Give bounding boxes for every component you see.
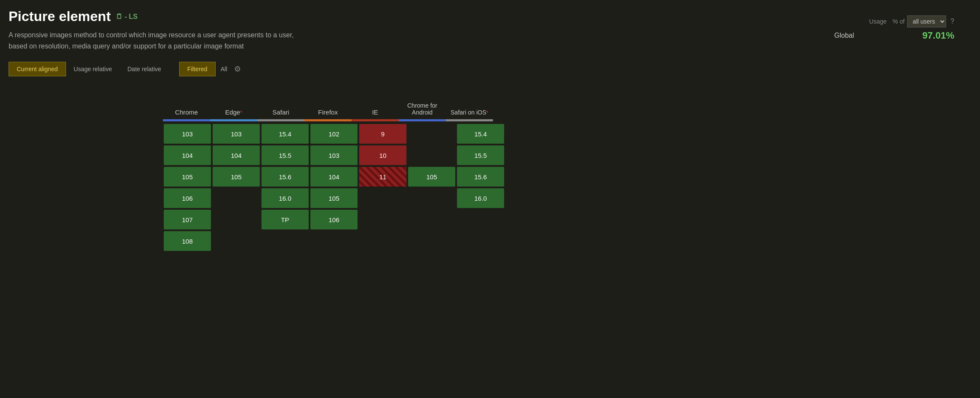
list-item bbox=[359, 231, 406, 251]
edge-bar bbox=[210, 119, 257, 121]
list-item: 106 bbox=[164, 188, 211, 208]
list-item bbox=[213, 210, 260, 229]
tab-date-relative[interactable]: Date relative bbox=[120, 62, 169, 76]
browser-chrome: Chrome bbox=[163, 93, 210, 123]
list-item: 16.0 bbox=[457, 188, 504, 208]
title-text: Picture element bbox=[9, 9, 111, 24]
list-item: 9 bbox=[359, 124, 406, 144]
list-item bbox=[457, 231, 504, 251]
list-item bbox=[262, 231, 309, 251]
list-item: 10 bbox=[359, 145, 406, 165]
edge-asterisk: * bbox=[240, 110, 242, 116]
description: A responsive images method to control wh… bbox=[9, 30, 300, 51]
browser-safari-ios: Safari on iOS* bbox=[446, 93, 493, 123]
list-item: 15.6 bbox=[457, 167, 504, 187]
table-row: 108 bbox=[163, 230, 971, 252]
list-item: 103 bbox=[310, 145, 358, 165]
usage-row: Usage % of all users ? bbox=[834, 15, 954, 27]
table-row: 10310315.4102915.4 bbox=[163, 123, 971, 145]
list-item: 15.4 bbox=[457, 124, 504, 144]
list-item: 102 bbox=[310, 124, 358, 144]
list-item: TP bbox=[262, 210, 309, 229]
list-item: 15.6 bbox=[262, 167, 309, 187]
users-select[interactable]: all users bbox=[907, 15, 946, 27]
list-item: 16.0 bbox=[262, 188, 309, 208]
list-item: 15.5 bbox=[457, 145, 504, 165]
tab-usage-relative[interactable]: Usage relative bbox=[66, 62, 120, 76]
browser-chrome-android: Chrome for Android bbox=[399, 93, 446, 123]
global-pct: 97.01% bbox=[922, 30, 954, 41]
list-item bbox=[359, 210, 406, 229]
tab-all[interactable]: All bbox=[216, 62, 233, 76]
ie-bar bbox=[352, 119, 399, 121]
ls-badge: 🗒 - LS bbox=[116, 13, 138, 21]
browser-safari: Safari bbox=[257, 93, 304, 123]
tabs-bar: Current aligned Usage relative Date rela… bbox=[9, 62, 971, 76]
pct-of-label: % of bbox=[893, 18, 905, 25]
list-item: 105 bbox=[408, 167, 455, 187]
list-item bbox=[213, 231, 260, 251]
usage-label: Usage bbox=[869, 18, 887, 25]
usage-panel: Usage % of all users ? Global 97.01% bbox=[834, 15, 954, 41]
browser-edge: Edge* bbox=[210, 93, 257, 123]
list-item: 107 bbox=[164, 210, 211, 229]
chrome-android-bar bbox=[399, 119, 446, 121]
table-row: 10510515.61041110515.6 bbox=[163, 166, 971, 187]
list-item bbox=[359, 188, 406, 208]
list-item: 104 bbox=[164, 145, 211, 165]
page-title: Picture element 🗒 - LS bbox=[9, 9, 971, 24]
list-item: 103 bbox=[213, 124, 260, 144]
list-item: 108 bbox=[164, 231, 211, 251]
list-item: 105 bbox=[310, 188, 358, 208]
ios-asterisk: * bbox=[486, 110, 488, 116]
global-pct-row: Global 97.01% bbox=[834, 30, 954, 41]
tab-current-aligned[interactable]: Current aligned bbox=[9, 62, 66, 76]
list-item bbox=[408, 188, 455, 208]
list-item bbox=[408, 145, 455, 165]
browser-headers: Chrome Edge* Safari Firefox IE bbox=[163, 93, 971, 123]
list-item: 15.4 bbox=[262, 124, 309, 144]
list-item bbox=[408, 231, 455, 251]
help-button[interactable]: ? bbox=[950, 18, 954, 25]
list-item: 104 bbox=[213, 145, 260, 165]
chrome-bar bbox=[163, 119, 210, 121]
browser-table: Chrome Edge* Safari Firefox IE bbox=[163, 93, 971, 252]
list-item: 106 bbox=[310, 210, 358, 229]
list-item bbox=[408, 124, 455, 144]
list-item bbox=[457, 210, 504, 229]
safari-ios-bar bbox=[446, 119, 493, 121]
list-item: 15.5 bbox=[262, 145, 309, 165]
list-item bbox=[213, 188, 260, 208]
list-item: 103 bbox=[164, 124, 211, 144]
list-item: 105 bbox=[213, 167, 260, 187]
table-row: 10410415.51031015.5 bbox=[163, 145, 971, 166]
settings-icon[interactable]: ⚙ bbox=[232, 63, 243, 75]
table-row: 10616.010516.0 bbox=[163, 187, 971, 209]
list-item: 105 bbox=[164, 167, 211, 187]
global-label: Global bbox=[834, 32, 854, 39]
browser-firefox: Firefox bbox=[304, 93, 352, 123]
safari-bar bbox=[257, 119, 304, 121]
version-rows: 10310315.4102915.410410415.51031015.5105… bbox=[163, 123, 971, 252]
list-item: 104 bbox=[310, 167, 358, 187]
list-item bbox=[310, 231, 358, 251]
browser-ie: IE bbox=[352, 93, 399, 123]
firefox-bar bbox=[304, 119, 352, 121]
list-item bbox=[408, 210, 455, 229]
list-item: 11 bbox=[359, 167, 406, 187]
table-row: 107TP106 bbox=[163, 209, 971, 230]
tab-filtered[interactable]: Filtered bbox=[179, 62, 216, 76]
